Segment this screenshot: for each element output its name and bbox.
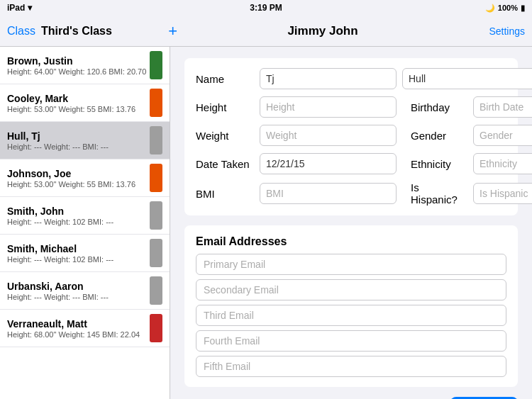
height-input[interactable] [260,96,397,118]
settings-button[interactable]: Settings [489,26,525,37]
student-name: Hull, Tj [7,130,150,142]
name-label: Name [196,73,260,85]
student-list: Brown, Justin Height: 64.00" Weight: 120… [0,47,170,399]
back-button[interactable]: Class [7,25,35,38]
bmi-color-indicator [150,201,162,230]
student-details: Height: --- Weight: 102 BMI: --- [7,255,150,264]
student-info: Cooley, Mark Height: 53.00" Weight: 55 B… [7,93,150,113]
date-taken-input[interactable] [260,153,397,174]
content-area: Brown, Justin Height: 64.00" Weight: 120… [0,47,532,399]
ethnicity-input[interactable] [473,153,532,174]
battery-icon: ▮ [521,4,525,13]
student-item[interactable]: Hull, Tj Height: --- Weight: --- BMI: --… [0,122,170,159]
fifth-email-input[interactable] [196,356,506,377]
student-item[interactable]: Verraneault, Matt Height: 68.00" Weight:… [0,310,170,347]
class-title: Third's Class [41,25,112,38]
student-item[interactable]: Brown, Justin Height: 64.00" Weight: 120… [0,47,170,84]
student-name: Smith, Michael [7,243,150,254]
student-info: Hull, Tj Height: --- Weight: --- BMI: --… [7,130,150,151]
student-item[interactable]: Urbanski, Aaron Height: --- Weight: --- … [0,272,170,310]
student-info: Brown, Justin Height: 64.00" Weight: 120… [7,55,150,76]
email-section-title: Email Addresses [196,235,506,248]
bmi-color-indicator [150,126,162,154]
student-item[interactable]: Smith, Michael Height: --- Weight: 102 B… [0,235,170,272]
status-bar: iPad ▾ 3:19 PM 🌙 100% ▮ [0,0,532,16]
student-item[interactable]: Cooley, Mark Height: 53.00" Weight: 55 B… [0,84,170,122]
email-section: Email Addresses [184,225,518,387]
student-name: Smith, John [7,206,150,217]
birthday-input[interactable] [473,96,532,118]
bmi-color-indicator [150,51,162,79]
student-name: Urbanski, Aaron [7,281,150,292]
student-details: Height: 68.00" Weight: 145 BMI: 22.04 [7,330,150,339]
student-details: Height: 53.00" Weight: 55 BMI: 13.76 [7,180,150,189]
gender-input[interactable] [473,125,532,146]
bmi-color-indicator [150,314,162,342]
last-name-input[interactable] [402,68,532,89]
detail-panel: Name ID Height [170,47,532,399]
third-email-input[interactable] [196,305,506,326]
fourth-email-input[interactable] [196,330,506,352]
birthday-label: Birthday [411,101,467,113]
date-taken-label: Date Taken [196,158,260,170]
height-label: Height [196,101,260,113]
bmi-label: BMI [196,188,260,200]
wifi-icon: ▾ [28,3,32,13]
ipad-label: iPad [7,3,25,13]
bmi-input[interactable] [260,183,397,204]
student-info: Smith, Michael Height: --- Weight: 102 B… [7,243,150,264]
is-hispanic-input[interactable] [473,183,532,204]
student-name: Verraneault, Matt [7,318,150,330]
nav-right: Settings [468,26,525,37]
app-container: Class Third's Class + Jimmy John Setting… [0,16,532,399]
ethnicity-label: Ethnicity [411,158,467,170]
student-details: Height: 64.00" Weight: 120.6 BMI: 20.70 [7,67,150,76]
nav-left: Class Third's Class + [7,22,177,40]
gender-label: Gender [411,130,467,142]
bmi-color-indicator [150,276,162,305]
add-button[interactable]: + [168,22,177,40]
student-info: Verraneault, Matt Height: 68.00" Weight:… [7,318,150,339]
nav-bar: Class Third's Class + Jimmy John Setting… [0,16,532,47]
nav-center-title: Jimmy John [177,24,468,38]
weight-input[interactable] [260,125,397,146]
main-form: Name ID Height [184,58,518,215]
student-name: Cooley, Mark [7,93,150,104]
clock: 3:19 PM [250,3,282,13]
first-name-input[interactable] [260,68,397,89]
student-name: Johnson, Joe [7,168,150,179]
is-hispanic-label: Is Hispanic? [411,181,467,206]
moon-icon: 🌙 [485,4,495,13]
student-info: Urbanski, Aaron Height: --- Weight: --- … [7,281,150,301]
student-details: Height: 53.00" Weight: 55 BMI: 13.76 [7,105,150,113]
primary-email-input[interactable] [196,254,506,275]
battery-percentage: 100% [498,4,518,12]
student-info: Smith, John Height: --- Weight: 102 BMI:… [7,206,150,226]
weight-label: Weight [196,130,260,142]
student-info: Johnson, Joe Height: 53.00" Weight: 55 B… [7,168,150,189]
secondary-email-input[interactable] [196,279,506,300]
student-details: Height: --- Weight: --- BMI: --- [7,142,150,151]
student-item[interactable]: Smith, John Height: --- Weight: 102 BMI:… [0,197,170,235]
student-name: Brown, Justin [7,55,150,67]
bmi-color-indicator [150,239,162,267]
student-item[interactable]: Johnson, Joe Height: 53.00" Weight: 55 B… [0,159,170,197]
student-details: Height: --- Weight: 102 BMI: --- [7,218,150,226]
student-details: Height: --- Weight: --- BMI: --- [7,293,150,301]
bmi-color-indicator [150,89,162,117]
name-inputs [260,68,532,89]
bmi-color-indicator [150,164,162,192]
